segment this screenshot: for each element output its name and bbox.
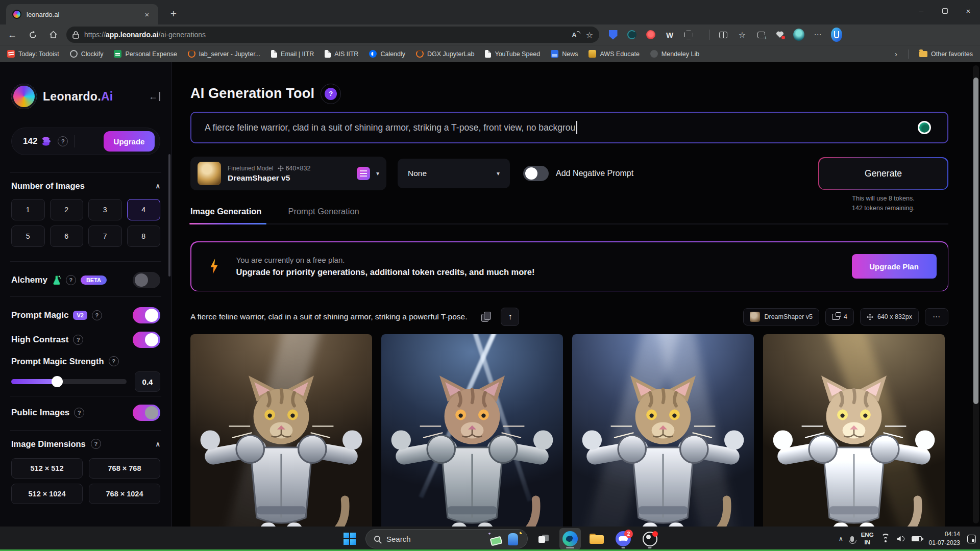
back-button[interactable]: ← xyxy=(4,27,20,43)
add-negative-prompt-toggle[interactable] xyxy=(523,166,549,181)
style-dropdown[interactable]: None ▾ xyxy=(398,159,510,188)
bookmark-todoist[interactable]: Today: Todoist xyxy=(7,50,59,58)
taskbar-search[interactable]: Search xyxy=(365,529,528,548)
battery-icon[interactable] xyxy=(912,536,922,541)
model-caret-icon[interactable]: ▾ xyxy=(376,170,379,177)
clock-extension-icon[interactable] xyxy=(626,29,638,40)
split-screen-icon[interactable] xyxy=(718,29,729,40)
public-images-help-icon[interactable]: ? xyxy=(74,408,84,418)
bookmark-personal-expense[interactable]: Personal Expense xyxy=(114,50,177,58)
start-button[interactable] xyxy=(339,528,360,549)
browser-tab[interactable]: leonardo.ai × xyxy=(6,4,158,24)
other-favorites-folder[interactable]: Other favorites xyxy=(919,51,973,58)
upgrade-button[interactable]: Upgrade xyxy=(104,131,155,152)
page-scrollbar[interactable] xyxy=(973,65,979,523)
prompt-magic-help-icon[interactable]: ? xyxy=(92,310,102,320)
prompt-magic-toggle[interactable] xyxy=(133,307,160,323)
high-contrast-help-icon[interactable]: ? xyxy=(73,335,83,345)
new-tab-button[interactable]: + xyxy=(166,7,181,21)
image-size-badge[interactable]: 640 x 832px xyxy=(860,308,919,325)
tray-overflow-chevron[interactable]: ∧ xyxy=(839,535,843,542)
edge-taskbar-button[interactable] xyxy=(559,528,581,549)
address-bar[interactable]: https://app.leonardo.ai/ai-generations A… xyxy=(66,27,599,43)
settings-menu-icon[interactable]: ⋯ xyxy=(812,29,823,40)
bookmark-email-iitr[interactable]: Email | IITR xyxy=(271,50,314,58)
count-button-5[interactable]: 5 xyxy=(11,226,45,247)
alchemy-help-icon[interactable]: ? xyxy=(66,275,76,285)
generated-image-3[interactable] xyxy=(572,334,754,527)
public-images-toggle[interactable] xyxy=(133,405,160,421)
number-of-images-header[interactable]: Number of Images ∧ xyxy=(11,181,160,191)
clock[interactable]: 04:14 01-07-2023 xyxy=(929,530,960,547)
bing-chat-icon[interactable] xyxy=(831,29,842,40)
pm-strength-slider[interactable] xyxy=(11,379,127,384)
generated-image-2[interactable] xyxy=(381,334,563,527)
bookmark-lab-server[interactable]: lab_server - Jupyter... xyxy=(188,50,260,58)
count-button-6[interactable]: 6 xyxy=(50,226,84,247)
model-badge[interactable]: DreamShaper v5 xyxy=(743,308,819,325)
discord-button[interactable]: 2 xyxy=(612,528,634,549)
sidebar-scrollbar[interactable] xyxy=(168,154,170,277)
file-explorer-button[interactable] xyxy=(586,528,607,549)
extension-overlay-icon[interactable] xyxy=(918,121,931,134)
pm-strength-help-icon[interactable]: ? xyxy=(109,356,119,366)
bookmark-news[interactable]: News xyxy=(551,50,578,58)
bookmarks-overflow-chevron[interactable]: › xyxy=(895,49,897,58)
dimension-512x512[interactable]: 512 × 512 xyxy=(11,458,83,479)
count-button-8[interactable]: 8 xyxy=(127,226,161,247)
model-selector[interactable]: Finetuned Model 640×832 DreamShaper v5 ▾ xyxy=(190,157,386,190)
high-contrast-toggle[interactable] xyxy=(133,332,160,348)
bookmark-mendeley[interactable]: Mendeley Lib xyxy=(650,50,699,58)
window-minimize-button[interactable]: – xyxy=(910,0,933,21)
count-button-1[interactable]: 1 xyxy=(11,199,45,220)
shield-extension-icon[interactable] xyxy=(607,29,619,40)
read-aloud-icon[interactable]: A xyxy=(572,31,576,39)
wayback-extension-icon[interactable]: W xyxy=(664,29,675,40)
generated-image-1[interactable] xyxy=(190,334,372,527)
alchemy-toggle[interactable] xyxy=(133,272,160,288)
page-scrollbar-thumb[interactable] xyxy=(973,78,978,404)
result-options-menu[interactable]: ⋯ xyxy=(925,308,948,325)
bookmark-ais-iitr[interactable]: AIS IITR xyxy=(325,50,358,58)
dimension-768x768[interactable]: 768 × 768 xyxy=(89,458,160,479)
favorite-star-icon[interactable]: ☆ xyxy=(586,30,593,40)
generated-image-4[interactable] xyxy=(763,334,945,527)
tab-close-icon[interactable]: × xyxy=(142,10,152,19)
token-help-icon[interactable]: ? xyxy=(58,136,68,146)
bookmark-aws-educate[interactable]: AWS Educate xyxy=(589,50,639,58)
refresh-button[interactable] xyxy=(24,27,41,43)
count-button-2[interactable]: 2 xyxy=(50,199,84,220)
reuse-prompt-button[interactable]: ↑ xyxy=(501,308,519,326)
notification-center-icon[interactable] xyxy=(967,535,976,543)
window-close-button[interactable]: × xyxy=(957,0,980,21)
window-maximize-button[interactable] xyxy=(933,0,957,21)
task-view-button[interactable] xyxy=(533,528,554,549)
microphone-icon[interactable] xyxy=(850,536,854,542)
bookmark-clockify[interactable]: Clockify xyxy=(70,50,104,58)
adblock-extension-icon[interactable] xyxy=(645,29,656,40)
home-button[interactable] xyxy=(45,27,61,43)
browser-essentials-icon[interactable] xyxy=(774,29,786,40)
upgrade-plan-button[interactable]: Upgrade Plan xyxy=(852,254,937,279)
tab-image-generation[interactable]: Image Generation xyxy=(190,207,261,223)
wifi-icon[interactable] xyxy=(881,536,890,542)
bookmark-calendly[interactable]: Calendly xyxy=(369,50,405,58)
volume-icon[interactable] xyxy=(897,536,904,541)
count-button-3[interactable]: 3 xyxy=(88,199,122,220)
slider-knob[interactable] xyxy=(52,376,63,387)
bookmark-dgx-jupyterlab[interactable]: DGX JupyterLab xyxy=(416,50,474,58)
extensions-menu-icon[interactable] xyxy=(683,29,694,40)
dimension-512x1024[interactable]: 512 × 1024 xyxy=(11,484,83,504)
image-dimensions-header[interactable]: Image Dimensions ? ∧ xyxy=(11,439,160,449)
language-indicator[interactable]: ENG IN xyxy=(861,531,874,546)
profile-avatar[interactable] xyxy=(793,29,804,40)
bookmark-youtube-speed[interactable]: YouTube Speed xyxy=(485,50,540,58)
tab-prompt-generation[interactable]: Prompt Generation xyxy=(288,207,359,223)
copy-prompt-icon[interactable] xyxy=(481,312,492,322)
generate-button[interactable]: Generate xyxy=(819,158,948,189)
prompt-input[interactable]: A fierce feline warrior, clad in a suit … xyxy=(190,112,948,143)
favorites-list-icon[interactable]: ☆ xyxy=(737,29,748,40)
image-dimensions-help-icon[interactable]: ? xyxy=(91,439,101,449)
count-button-4-selected[interactable]: 4 xyxy=(127,199,161,220)
dimension-768x1024[interactable]: 768 × 1024 xyxy=(89,484,160,504)
